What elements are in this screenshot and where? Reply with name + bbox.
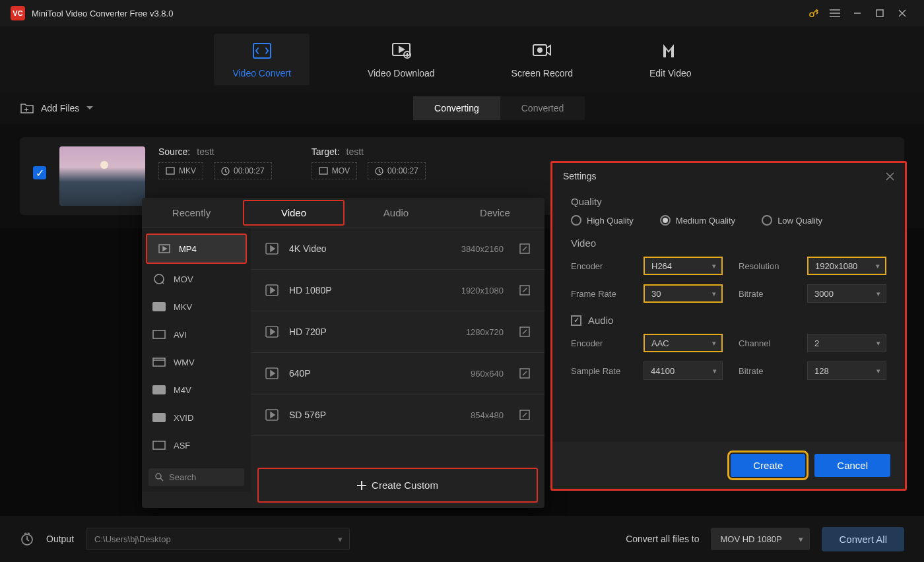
target-duration-chip: 00:00:27 (368, 162, 426, 179)
audio-samplerate-label: Sample Rate (571, 366, 628, 376)
tab-edit-video[interactable]: Edit Video (631, 34, 710, 85)
format-tab-video[interactable]: Video (243, 200, 345, 226)
tab-converting[interactable]: Converting (413, 96, 500, 120)
cancel-button[interactable]: Cancel (814, 454, 890, 477)
tab-screen-record[interactable]: Screen Record (493, 34, 591, 85)
edit-preset-icon[interactable] (519, 243, 530, 254)
audio-channel-select[interactable]: 2 (807, 334, 886, 352)
format-item-mov[interactable]: MOV (142, 265, 251, 293)
tab-video-convert[interactable]: Video Convert (214, 34, 309, 85)
tab-video-download[interactable]: Video Download (349, 34, 453, 85)
format-list[interactable]: MP4 MOV MKV AVI WMV M4V XVID ASF (142, 228, 251, 463)
create-button[interactable]: Create (731, 454, 805, 477)
source-label: Source: (158, 146, 190, 157)
format-item-avi[interactable]: AVI (142, 321, 251, 348)
video-bitrate-select[interactable]: 3000 (807, 284, 886, 303)
video-encoder-select[interactable]: H264 (644, 257, 723, 275)
clock-icon (221, 167, 230, 175)
video-framerate-select[interactable]: 30 (644, 284, 723, 303)
quality-high-radio[interactable]: High Quality (571, 215, 634, 226)
preset-list[interactable]: 4K Video3840x2160 HD 1080P1920x1080 HD 7… (251, 228, 544, 464)
quality-low-radio[interactable]: Low Quality (762, 215, 822, 226)
toolbar: Add Files Converting Converted (0, 92, 924, 124)
format-tab-device[interactable]: Device (446, 198, 544, 228)
quicktime-icon (152, 273, 166, 285)
svg-rect-29 (153, 441, 165, 449)
svg-marker-42 (271, 371, 275, 376)
download-icon (391, 40, 412, 61)
output-label: Output (46, 534, 74, 544)
key-icon[interactable] (804, 5, 824, 21)
svg-rect-25 (153, 358, 165, 366)
film-icon (166, 167, 175, 175)
convert-all-button[interactable]: Convert All (822, 527, 904, 551)
audio-section-title: Audio (588, 315, 613, 326)
preset-item-576p[interactable]: SD 576P854x480 (251, 394, 544, 436)
output-path-select[interactable]: C:\Users\bj\Desktop (86, 528, 350, 550)
quality-medium-radio[interactable]: Medium Quality (660, 215, 735, 226)
preset-item-4k[interactable]: 4K Video3840x2160 (251, 228, 544, 270)
audio-samplerate-select[interactable]: 44100 (644, 361, 723, 380)
asf-icon (152, 439, 166, 451)
video-icon (158, 243, 171, 255)
menu-icon[interactable] (824, 5, 846, 21)
format-item-xvid[interactable]: XVID (142, 404, 251, 431)
add-files-label: Add Files (41, 103, 79, 113)
audio-encoder-select[interactable]: AAC (644, 334, 723, 352)
file-checkbox[interactable]: ✓ (33, 166, 46, 179)
edit-preset-icon[interactable] (519, 285, 530, 296)
video-framerate-label: Frame Rate (571, 289, 628, 299)
svg-marker-10 (399, 47, 404, 52)
footer: Output C:\Users\bj\Desktop Convert all f… (0, 516, 924, 562)
preset-item-640p[interactable]: 640P960x640 (251, 353, 544, 394)
format-tab-recently[interactable]: Recently (142, 198, 241, 228)
preset-item-1080p[interactable]: HD 1080P1920x1080 (251, 270, 544, 311)
tab-converted[interactable]: Converted (500, 96, 585, 120)
mkv-icon (152, 301, 166, 313)
app-title: MiniTool Video Converter Free v3.8.0 (32, 9, 173, 18)
tab-label: Video Convert (232, 68, 290, 78)
format-item-asf[interactable]: ASF (142, 431, 251, 459)
status-tabs: Converting Converted (413, 96, 585, 120)
audio-encoder-label: Encoder (571, 338, 628, 348)
target-format-chip: MOV (312, 162, 357, 179)
svg-point-13 (538, 48, 542, 52)
edit-preset-icon[interactable] (519, 410, 530, 420)
svg-rect-16 (166, 168, 174, 174)
preset-item-720p[interactable]: HD 720P1280x720 (251, 311, 544, 353)
settings-panel: Settings Quality High Quality Medium Qua… (550, 161, 907, 491)
svg-marker-39 (271, 329, 275, 334)
edit-preset-icon[interactable] (519, 368, 530, 379)
minimize-button[interactable] (846, 5, 869, 21)
audio-bitrate-select[interactable]: 128 (807, 361, 886, 380)
svg-point-30 (156, 474, 161, 479)
format-item-m4v[interactable]: M4V (142, 376, 251, 404)
format-item-mp4[interactable]: MP4 (146, 234, 247, 264)
play-icon (265, 283, 280, 297)
edit-preset-icon[interactable] (519, 327, 530, 337)
video-encoder-label: Encoder (571, 261, 628, 271)
add-files-button[interactable]: Add Files (20, 102, 94, 115)
format-item-mkv[interactable]: MKV (142, 293, 251, 321)
settings-close-icon[interactable] (886, 172, 894, 181)
format-picker-popup: Recently Video Audio Device MP4 MOV MKV … (142, 198, 544, 508)
target-preset-select[interactable]: MOV HD 1080P (711, 528, 810, 550)
film-icon (319, 167, 328, 175)
quality-section-title: Quality (571, 196, 886, 207)
format-item-wmv[interactable]: WMV (142, 348, 251, 376)
play-icon (265, 241, 280, 256)
add-file-icon (20, 102, 34, 115)
format-search-box[interactable]: Search (142, 463, 251, 491)
video-section-title: Video (571, 237, 886, 249)
create-custom-button[interactable]: Create Custom (257, 468, 538, 503)
maximize-button[interactable] (869, 5, 891, 21)
target-name: testt (346, 146, 364, 157)
video-resolution-select[interactable]: 1920x1080 (807, 257, 886, 275)
clock-icon[interactable] (20, 532, 34, 546)
svg-marker-21 (163, 247, 166, 251)
audio-enabled-checkbox[interactable]: ✓ (571, 315, 581, 326)
format-tab-audio[interactable]: Audio (346, 198, 446, 228)
close-button[interactable] (891, 5, 913, 21)
file-thumbnail (59, 146, 145, 206)
plus-icon (357, 481, 366, 490)
